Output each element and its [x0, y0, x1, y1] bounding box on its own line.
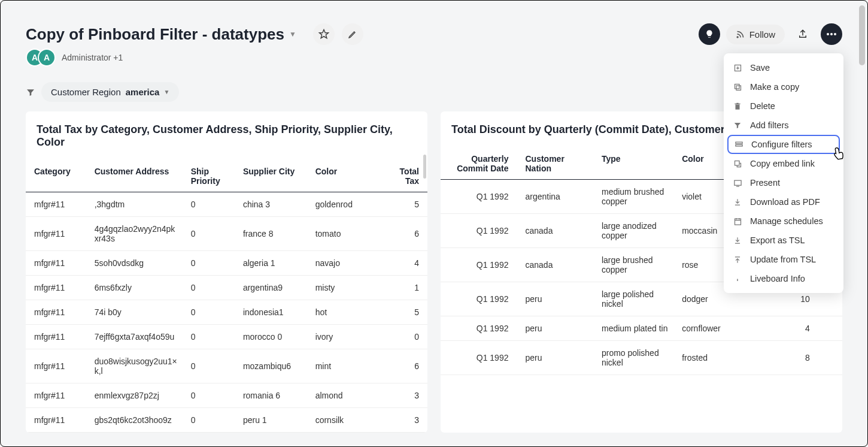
column-header[interactable]: Customer Nation	[517, 148, 593, 180]
table-cell: mfgr#11	[26, 192, 86, 217]
pencil-icon	[348, 29, 357, 39]
menu-item-label: Make a copy	[750, 82, 799, 92]
avatar-stack[interactable]: A A	[26, 49, 56, 67]
menu-item-add-filters[interactable]: Add filters	[724, 116, 843, 135]
menu-item-icon	[732, 198, 743, 207]
svg-rect-11	[734, 180, 740, 185]
column-header[interactable]: Color	[307, 161, 375, 192]
author-text: Administrator +1	[62, 53, 123, 62]
table-cell: large brushed copper	[593, 248, 673, 282]
table-cell: morocco 0	[235, 325, 307, 349]
table-row[interactable]: mfgr#116ms6fxzly0argentina9misty1	[26, 276, 427, 300]
card-scrollbar[interactable]	[423, 155, 426, 179]
menu-item-delete[interactable]: Delete	[724, 96, 843, 116]
table-cell: Q1 1992	[441, 180, 517, 214]
table-cell: mfgr#11	[26, 251, 86, 276]
menu-item-download-as-pdf[interactable]: Download as PDF	[724, 192, 843, 212]
table-row[interactable]: Q1 1992perumedium plated tincornflower4	[441, 316, 842, 341]
menu-item-label: Delete	[750, 101, 775, 111]
table-cell: mfgr#11	[26, 300, 86, 325]
column-header[interactable]: Type	[593, 148, 673, 180]
table-cell: 0	[183, 433, 235, 433]
table-row[interactable]: Q1 1992perupromo polished nickelfrosted8	[441, 341, 842, 375]
svg-rect-7	[735, 84, 739, 89]
table-row[interactable]: mfgr#115soh0vdsdkg0algeria 1navajo4	[26, 251, 427, 276]
favorite-button[interactable]	[313, 23, 335, 45]
table-cell: navajo	[307, 251, 375, 276]
edit-button[interactable]	[342, 23, 363, 45]
menu-item-present[interactable]: Present	[724, 173, 843, 192]
share-button[interactable]	[792, 23, 814, 45]
table-cell: mfgr#11	[26, 217, 86, 251]
menu-item-configure-filters[interactable]: Configure filters	[727, 135, 840, 154]
table-cell: 6ms6fxzly	[86, 276, 183, 300]
table-cell: 0	[183, 408, 235, 433]
filter-icon[interactable]	[26, 87, 35, 97]
table-cell: gbs2qt6kc2ot3hoo9z	[86, 408, 183, 433]
table-row[interactable]: mfgr#11gyvozlnvo0v,na0ssjo50morocco 7thi…	[26, 433, 427, 433]
column-header[interactable]: Supplier City	[235, 161, 307, 192]
table-cell: medium plated tin	[593, 316, 673, 341]
table-cell: argentina9	[235, 276, 307, 300]
table-cell: 7ejff6gxta7axqf4o59u	[86, 325, 183, 349]
table-cell: ,3hgdtm	[86, 192, 183, 217]
table-cell: Q1 1992	[441, 341, 517, 375]
table-cell: 0	[183, 325, 235, 349]
dots-icon	[826, 32, 837, 36]
table-cell: mfgr#11	[26, 349, 86, 383]
table-cell: cornsilk	[307, 408, 375, 433]
page-title[interactable]: Copy of Pinboard Filter - datatypes ▼	[26, 25, 296, 44]
menu-item-save[interactable]: Save	[724, 58, 843, 77]
table-cell: Q1 1992	[441, 248, 517, 282]
menu-item-icon	[732, 159, 743, 168]
svg-point-2	[827, 33, 829, 35]
menu-item-make-a-copy[interactable]: Make a copy	[724, 77, 843, 96]
table-cell: 6	[375, 217, 427, 251]
table-cell: ivory	[307, 325, 375, 349]
table-cell: canada	[517, 248, 593, 282]
menu-item-update-from-tsl[interactable]: Update from TSL	[724, 250, 843, 269]
follow-button[interactable]: Follow	[726, 25, 785, 44]
column-header[interactable]: Ship Priority	[183, 161, 235, 192]
menu-item-manage-schedules[interactable]: Manage schedules	[724, 212, 843, 231]
table-row[interactable]: mfgr#11,3hgdtm0china 3goldenrod5	[26, 192, 427, 217]
menu-item-export-as-tsl[interactable]: Export as TSL	[724, 231, 843, 250]
menu-item-icon	[732, 64, 743, 73]
table-row[interactable]: mfgr#11gbs2qt6kc2ot3hoo9z0peru 1cornsilk…	[26, 408, 427, 433]
more-menu-button[interactable]	[821, 23, 842, 45]
table-cell: 3	[375, 408, 427, 433]
table-cell: peru	[517, 282, 593, 316]
filter-chip-customer-region[interactable]: Customer Region america ▼	[41, 82, 179, 102]
column-header[interactable]: Customer Address	[86, 161, 183, 192]
table-row[interactable]: mfgr#11enmlexvgz87p2zj0romania 6almond3	[26, 383, 427, 408]
svg-rect-6	[736, 86, 741, 90]
menu-item-copy-embed-link[interactable]: Copy embed link	[724, 154, 843, 173]
column-header[interactable]: Quarterly Commit Date	[441, 148, 517, 180]
table-row[interactable]: mfgr#1174i b0y0indonesia1hot5	[26, 300, 427, 325]
menu-item-icon	[732, 179, 743, 188]
table-cell: 0	[183, 300, 235, 325]
table-cell: 4g4gqzlao2wyy2n4pkxr43s	[86, 217, 183, 251]
avatar: A	[38, 49, 56, 67]
table-cell: peru	[517, 341, 593, 375]
menu-item-label: Manage schedules	[750, 216, 823, 226]
menu-item-icon	[732, 102, 743, 111]
table-row[interactable]: mfgr#117ejff6gxta7axqf4o59u0morocco 0ivo…	[26, 325, 427, 349]
table-cell: mint	[307, 349, 375, 383]
insights-button[interactable]	[699, 23, 720, 45]
table-cell: morocco 7	[235, 433, 307, 433]
table-cell: 5	[375, 192, 427, 217]
table-cell: mozambiqu6	[235, 349, 307, 383]
star-icon	[318, 29, 329, 40]
table-cell: mfgr#11	[26, 408, 86, 433]
column-header[interactable]: Total Tax	[375, 161, 427, 192]
chevron-down-icon: ▼	[163, 89, 169, 95]
table-row[interactable]: mfgr#114g4gqzlao2wyy2n4pkxr43s0france 8t…	[26, 217, 427, 251]
table-cell: algeria 1	[235, 251, 307, 276]
column-header[interactable]: Category	[26, 161, 86, 192]
page-scrollbar[interactable]	[859, 5, 865, 65]
table-cell: tomato	[307, 217, 375, 251]
menu-item-liveboard-info[interactable]: Liveboard Info	[724, 269, 843, 288]
table-cell: peru	[517, 316, 593, 341]
table-row[interactable]: mfgr#11duo8wisjkusogy2uu1×k,l0mozambiqu6…	[26, 349, 427, 383]
